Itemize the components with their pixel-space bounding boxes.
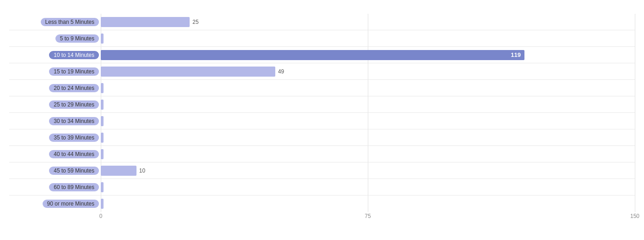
- bar-label-pill: 20 to 24 Minutes: [49, 84, 99, 92]
- bar-track: 119: [101, 47, 635, 63]
- bar-label: 10 to 14 Minutes: [9, 51, 101, 59]
- bar-label: 30 to 34 Minutes: [9, 117, 101, 125]
- chart-container: Less than 5 Minutes255 to 9 Minutes10 to…: [0, 0, 644, 240]
- bar-value-outside: 25: [192, 19, 198, 25]
- bar-label-pill: 60 to 89 Minutes: [49, 183, 99, 191]
- bar-row: 20 to 24 Minutes: [9, 80, 635, 96]
- bar-track: [101, 146, 635, 162]
- x-axis-tick: 75: [365, 213, 371, 219]
- bar-fill: [101, 149, 104, 159]
- bar-row: 15 to 19 Minutes49: [9, 63, 635, 80]
- bar-label: 5 to 9 Minutes: [9, 34, 101, 43]
- x-axis-tick: 150: [630, 213, 639, 219]
- bar-track: [101, 195, 635, 212]
- bar-label: 35 to 39 Minutes: [9, 134, 101, 142]
- bar-fill: [101, 182, 104, 192]
- bar-track: 25: [101, 14, 635, 30]
- bar-row: 25 to 29 Minutes: [9, 96, 635, 113]
- bar-row: 10 to 14 Minutes119: [9, 47, 635, 63]
- grid-line: [635, 14, 635, 212]
- bar-label: 15 to 19 Minutes: [9, 67, 101, 76]
- bar-track: [101, 113, 635, 129]
- bar-fill: [101, 166, 136, 176]
- bar-label-pill: 5 to 9 Minutes: [55, 34, 99, 43]
- bar-row: 5 to 9 Minutes: [9, 30, 635, 47]
- bar-label-pill: Less than 5 Minutes: [41, 18, 99, 26]
- bar-value-outside: 10: [139, 167, 145, 174]
- bar-fill: [101, 67, 275, 77]
- bar-label: Less than 5 Minutes: [9, 18, 101, 26]
- bars-and-grid: Less than 5 Minutes255 to 9 Minutes10 to…: [9, 14, 635, 212]
- x-axis-tick: 0: [99, 213, 103, 219]
- bar-fill: [101, 100, 104, 110]
- bar-label: 90 or more Minutes: [9, 200, 101, 208]
- bar-track: [101, 179, 635, 195]
- bar-row: 40 to 44 Minutes: [9, 146, 635, 162]
- bar-label-pill: 10 to 14 Minutes: [49, 51, 99, 59]
- bar-label: 40 to 44 Minutes: [9, 150, 101, 158]
- bar-row: Less than 5 Minutes25: [9, 14, 635, 30]
- x-axis: 075150: [101, 213, 635, 222]
- bar-value-outside: 49: [278, 68, 284, 75]
- bar-label-pill: 30 to 34 Minutes: [49, 117, 99, 125]
- bar-track: [101, 30, 635, 46]
- bar-fill: [101, 33, 104, 44]
- bar-row: 90 or more Minutes: [9, 195, 635, 212]
- bar-row: 35 to 39 Minutes: [9, 129, 635, 146]
- bar-label-pill: 15 to 19 Minutes: [49, 67, 99, 76]
- bar-rows-container: Less than 5 Minutes255 to 9 Minutes10 to…: [9, 14, 635, 212]
- chart-body: Less than 5 Minutes255 to 9 Minutes10 to…: [9, 14, 635, 222]
- bar-label: 20 to 24 Minutes: [9, 84, 101, 92]
- bar-fill: 119: [101, 50, 524, 60]
- bar-label-pill: 90 or more Minutes: [43, 200, 99, 208]
- bar-label-pill: 25 to 29 Minutes: [49, 100, 99, 109]
- bar-label: 45 to 59 Minutes: [9, 167, 101, 175]
- bar-fill: [101, 83, 104, 93]
- bar-fill: [101, 116, 104, 126]
- bar-fill: [101, 133, 104, 143]
- bar-track: [101, 96, 635, 112]
- bar-label: 60 to 89 Minutes: [9, 183, 101, 191]
- bar-row: 45 to 59 Minutes10: [9, 162, 635, 179]
- bar-label: 25 to 29 Minutes: [9, 100, 101, 109]
- bar-track: [101, 129, 635, 145]
- bar-fill: [101, 199, 104, 209]
- bar-track: 10: [101, 162, 635, 179]
- bar-value-inside: 119: [511, 51, 524, 58]
- bar-fill: [101, 17, 190, 27]
- bar-track: 49: [101, 63, 635, 79]
- bar-label-pill: 45 to 59 Minutes: [49, 167, 99, 175]
- bar-track: [101, 80, 635, 96]
- bar-row: 30 to 34 Minutes: [9, 113, 635, 129]
- bar-label-pill: 35 to 39 Minutes: [49, 134, 99, 142]
- bar-label-pill: 40 to 44 Minutes: [49, 150, 99, 158]
- bar-row: 60 to 89 Minutes: [9, 179, 635, 195]
